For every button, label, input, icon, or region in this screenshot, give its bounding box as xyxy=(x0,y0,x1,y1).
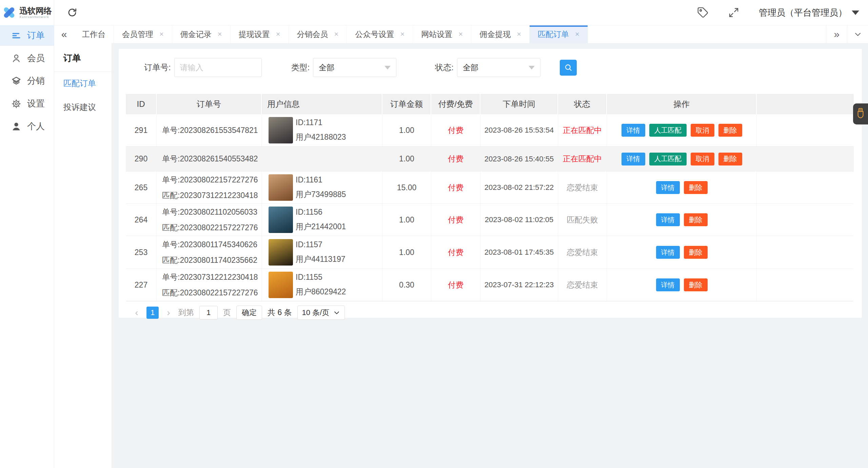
cell-user-info: ID:1157用户44113197 xyxy=(262,236,382,269)
current-page-button[interactable]: 1 xyxy=(146,307,159,319)
user-texts: ID:1156用户21442001 xyxy=(296,207,346,233)
tab-5[interactable]: 分销会员× xyxy=(289,25,347,43)
column-header: 付费/免费 xyxy=(431,94,480,114)
cancel-button[interactable]: 取消 xyxy=(691,124,714,137)
submenu-item-1[interactable]: 匹配订单 xyxy=(54,72,112,95)
manual-match-button[interactable]: 人工匹配 xyxy=(649,124,687,137)
next-page-icon[interactable]: › xyxy=(164,307,173,318)
user-avatar[interactable] xyxy=(269,117,293,143)
cell-actions: 详情删除 xyxy=(607,172,757,203)
manual-match-button[interactable]: 人工匹配 xyxy=(649,153,687,165)
submenu-title: 订单 xyxy=(54,43,112,72)
status-select[interactable]: 全部 xyxy=(457,58,540,77)
sidebar-item-3[interactable]: 分销 xyxy=(0,71,54,91)
user-menu[interactable]: 管理员（平台管理员） xyxy=(759,7,859,19)
detail-button[interactable]: 详情 xyxy=(656,246,680,259)
goto-page-input[interactable] xyxy=(199,306,218,319)
cell-user-info: ID:1156用户21442001 xyxy=(262,204,382,236)
orders-table: ID订单号用户信息订单金额付费/免费下单时间状态操作 291单号:2023082… xyxy=(126,94,854,324)
cell-order-time: 2023-08-02 21:57:22 xyxy=(480,172,558,203)
tab-close-icon[interactable]: × xyxy=(517,31,521,38)
tab-7[interactable]: 网站设置× xyxy=(413,25,471,43)
tab-label: 分销会员 xyxy=(297,29,328,40)
user-caret-down-icon xyxy=(852,11,859,15)
prev-page-icon[interactable]: ‹ xyxy=(132,307,141,318)
user-avatar[interactable] xyxy=(269,174,293,201)
detail-button[interactable]: 详情 xyxy=(622,153,645,165)
user-avatar[interactable] xyxy=(269,272,293,298)
tab-close-icon[interactable]: × xyxy=(458,31,463,38)
search-button[interactable] xyxy=(560,60,577,76)
detail-button[interactable]: 详情 xyxy=(656,278,680,291)
cell-status: 匹配失败 xyxy=(558,204,607,236)
tab-close-icon[interactable]: × xyxy=(218,31,222,38)
tab-close-icon[interactable]: × xyxy=(575,31,579,38)
tag-icon[interactable] xyxy=(697,7,709,18)
submenu-item-2[interactable]: 投诉建议 xyxy=(54,95,112,119)
logo-subtext: XunruanNetwork xyxy=(19,15,52,19)
app-logo[interactable]: 迅软网络 XunruanNetwork xyxy=(0,0,54,25)
per-page-select[interactable]: 10 条/页 xyxy=(297,306,345,320)
cell-order-no: 单号:202308011745340626匹配:2023080117402356… xyxy=(157,236,262,269)
tabs-dropdown-icon[interactable] xyxy=(847,25,868,43)
status-select-value: 全部 xyxy=(463,62,478,73)
tab-8[interactable]: 佣金提现× xyxy=(471,25,530,43)
tab-2[interactable]: 会员管理× xyxy=(114,25,172,43)
cell-id: 253 xyxy=(126,236,157,269)
tab-1[interactable]: 工作台 xyxy=(74,25,114,43)
cell-actions: 详情人工匹配取消删除 xyxy=(607,147,757,171)
delete-button[interactable]: 删除 xyxy=(718,153,742,165)
order-no-input[interactable] xyxy=(174,58,262,77)
order-line: 单号:202308011745340626 xyxy=(162,239,257,250)
cell-filler xyxy=(757,204,854,236)
collapse-tabs-icon[interactable]: « xyxy=(54,25,74,43)
user-id: ID:1161 xyxy=(296,175,346,184)
sidebar-item-1[interactable]: 订单 xyxy=(0,25,54,46)
refresh-icon[interactable] xyxy=(67,7,77,18)
table-row: 227单号:202307312212230418匹配:2023080221572… xyxy=(126,269,854,301)
user-avatar[interactable] xyxy=(269,239,293,266)
cell-amount: 0.30 xyxy=(382,269,431,301)
delete-button[interactable]: 删除 xyxy=(718,124,742,137)
delete-button[interactable]: 删除 xyxy=(684,278,708,291)
sidebar-item-label: 个人 xyxy=(27,120,45,132)
tab-6[interactable]: 公众号设置× xyxy=(347,25,413,43)
delete-button[interactable]: 删除 xyxy=(684,181,708,194)
cancel-button[interactable]: 取消 xyxy=(691,153,714,165)
detail-button[interactable]: 详情 xyxy=(656,181,680,194)
floating-usb-widget[interactable] xyxy=(853,103,868,124)
table-row: 291单号:202308261553547821ID:1171用户4218802… xyxy=(126,114,854,147)
submenu-items: 匹配订单投诉建议 xyxy=(54,72,112,119)
cell-status: 恋爱结束 xyxy=(558,172,607,203)
tab-close-icon[interactable]: × xyxy=(334,31,339,38)
tab-3[interactable]: 佣金记录× xyxy=(172,25,231,43)
usb-drive-icon xyxy=(855,107,866,121)
type-select[interactable]: 全部 xyxy=(313,58,396,77)
logo-text: 迅软网络 xyxy=(19,6,52,15)
fullscreen-icon[interactable] xyxy=(728,7,739,18)
tab-label: 网站设置 xyxy=(421,29,452,40)
tab-close-icon[interactable]: × xyxy=(276,31,280,38)
sidebar-item-2[interactable]: 会员 xyxy=(0,48,54,69)
user-avatar[interactable] xyxy=(269,207,293,233)
detail-button[interactable]: 详情 xyxy=(622,124,645,137)
delete-button[interactable]: 删除 xyxy=(684,213,708,226)
tab-label: 佣金记录 xyxy=(180,29,212,40)
tab-9[interactable]: 匹配订单× xyxy=(530,25,588,43)
sidebar-item-4[interactable]: 设置 xyxy=(0,93,54,114)
confirm-page-button[interactable]: 确定 xyxy=(236,306,262,320)
tab-4[interactable]: 提现设置× xyxy=(231,25,289,43)
sidebar-item-5[interactable]: 个人 xyxy=(0,116,54,137)
cell-id: 290 xyxy=(126,147,157,171)
cell-id: 265 xyxy=(126,172,157,203)
cell-user-info: ID:1155用户86029422 xyxy=(262,269,382,301)
delete-button[interactable]: 删除 xyxy=(684,246,708,259)
tab-label: 提现设置 xyxy=(239,29,270,40)
tab-close-icon[interactable]: × xyxy=(159,31,164,38)
more-tabs-icon[interactable]: » xyxy=(826,25,847,43)
detail-button[interactable]: 详情 xyxy=(656,213,680,226)
tab-label: 匹配订单 xyxy=(538,29,569,40)
tab-close-icon[interactable]: × xyxy=(400,31,405,38)
order-line: 单号:202308261553547821 xyxy=(162,125,258,136)
cell-actions: 详情删除 xyxy=(607,236,757,269)
